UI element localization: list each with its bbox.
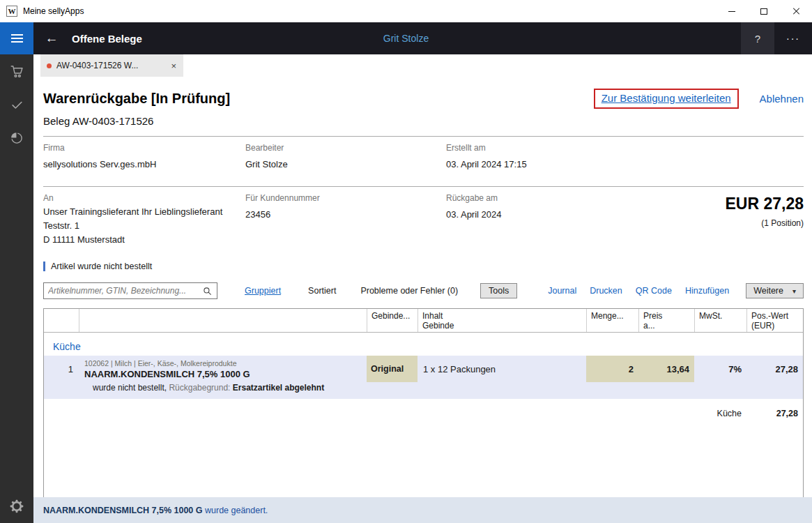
- grouped-toggle[interactable]: Gruppiert: [245, 286, 281, 296]
- legend-marker: [43, 262, 45, 271]
- document-total: EUR 27,28 (1 Position): [725, 193, 804, 245]
- positions-table: Gebinde... InhaltGebinde Menge... Preisa…: [43, 308, 804, 497]
- total-amount: EUR 27,28: [725, 195, 804, 213]
- ellipsis-icon: ···: [786, 33, 800, 44]
- table-row[interactable]: 1 102062 | Milch | Eier-, Käse-, Molkere…: [44, 356, 803, 382]
- note-value: Ersatzartikel abgelehnt: [233, 383, 324, 393]
- field-value-an-line3: D 11111 Musterstadt: [43, 234, 245, 245]
- preis-cell[interactable]: 13,64: [638, 356, 694, 382]
- tab-label: AW-0403-171526 W...: [56, 61, 138, 70]
- search-icon[interactable]: [200, 287, 217, 296]
- legend-text: Artikel wurde nicht bestellt: [51, 262, 152, 271]
- sidebar: [0, 54, 33, 523]
- note-text: wurde nicht bestellt,: [93, 383, 169, 393]
- field-label-rueckgabe-am: Rückgabe am: [446, 193, 725, 203]
- app-logo-icon: W: [6, 6, 17, 17]
- sorted-toggle[interactable]: Sortiert: [308, 286, 336, 296]
- legend: Artikel wurde nicht bestellt: [43, 262, 804, 271]
- minimize-icon: [728, 11, 735, 12]
- column-header-gebinde: Gebinde...: [367, 309, 418, 332]
- journal-link[interactable]: Journal: [548, 286, 576, 296]
- sidebar-item-settings[interactable]: [0, 490, 33, 523]
- sidebar-item-statistics[interactable]: [0, 121, 33, 155]
- qr-code-link[interactable]: QR Code: [636, 286, 672, 296]
- inhalt-cell: 1 x 12 Packungen: [418, 356, 586, 382]
- field-kundennummer: Für Kundennummer 23456: [245, 193, 446, 245]
- status-message: wurde geändert.: [203, 506, 268, 515]
- more-actions-label: Weitere: [753, 286, 783, 296]
- field-label-kundennummer: Für Kundennummer: [245, 193, 446, 203]
- field-erstellt-am: Erstellt am 03. April 2024 17:15: [446, 143, 804, 169]
- positions-toolbar: Gruppiert Sortiert Probleme oder Fehler …: [43, 282, 804, 299]
- column-header-preis: Preisa...: [638, 309, 694, 332]
- cart-icon: [10, 64, 24, 79]
- column-header-empty-1: [44, 309, 79, 332]
- column-header-menge: Menge...: [586, 309, 638, 332]
- field-rueckgabe-am: Rückgabe am 03. April 2024: [446, 193, 725, 245]
- field-label-firma: Firma: [43, 143, 245, 153]
- chevron-down-icon: ▾: [792, 287, 796, 295]
- menge-cell[interactable]: 2: [586, 356, 638, 382]
- document-tab[interactable]: AW-0403-171526 W... ×: [40, 54, 183, 77]
- field-value-erstellt-am: 03. April 2024 17:15: [446, 159, 804, 169]
- more-actions-button[interactable]: Weitere ▾: [746, 283, 804, 298]
- column-header-inhalt: InhaltGebinde: [418, 309, 586, 332]
- row-note: wurde nicht bestellt, Rückgabegrund: Ers…: [44, 382, 803, 399]
- field-an: An Unser Trainingslieferant Ihr Liebling…: [43, 193, 245, 245]
- tab-close-button[interactable]: ×: [161, 61, 176, 71]
- field-value-kundennummer: 23456: [245, 209, 446, 220]
- gebinde-cell[interactable]: Original: [367, 356, 418, 382]
- problems-filter[interactable]: Probleme oder Fehler (0): [360, 286, 458, 296]
- forward-action-highlight: Zur Bestätigung weiterleiten: [594, 89, 739, 109]
- tab-bar: AW-0403-171526 W... ×: [33, 54, 812, 77]
- column-header-mwst: MwSt.: [694, 309, 746, 332]
- field-value-firma: sellysolutions Serv.ges.mbH: [43, 159, 245, 169]
- field-value-an-line2: Teststr. 1: [43, 220, 245, 231]
- summary-group-value: 27,28: [746, 409, 803, 418]
- page-title: Offene Belege: [72, 33, 142, 45]
- help-icon: ?: [755, 33, 760, 45]
- field-label-bearbeiter: Bearbeiter: [245, 143, 446, 153]
- gear-icon: [10, 499, 24, 513]
- document-title: Warenrückgabe [In Prüfung]: [43, 91, 230, 107]
- document-content: Warenrückgabe [In Prüfung] Zur Bestätigu…: [33, 77, 812, 497]
- window-controls: [716, 0, 812, 22]
- search-input[interactable]: [44, 286, 200, 296]
- field-label-erstellt-am: Erstellt am: [446, 143, 804, 153]
- wert-cell: 27,28: [746, 356, 803, 382]
- group-summary-row: Küche 27,28: [44, 404, 803, 422]
- window-titlebar: W Meine sellyApps: [0, 0, 812, 22]
- field-label-an: An: [43, 193, 245, 203]
- maximize-button[interactable]: [748, 0, 780, 22]
- back-button[interactable]: ←: [38, 22, 66, 54]
- reject-button[interactable]: Ablehnen: [760, 93, 804, 105]
- close-button[interactable]: [780, 0, 812, 22]
- column-header-article: [79, 309, 367, 332]
- window-title: Meine sellyApps: [23, 6, 84, 16]
- status-bar: NAARM.KONDENSMILCH 7,5% 1000 G wurde geä…: [33, 497, 812, 523]
- toolbar-actions: Journal Drucken QR Code Hinzufügen Weite…: [548, 283, 804, 298]
- sidebar-item-approvals[interactable]: [0, 88, 33, 121]
- field-value-bearbeiter: Grit Stolze: [245, 159, 446, 169]
- pie-chart-icon: [10, 131, 24, 145]
- sidebar-item-cart[interactable]: [0, 54, 33, 88]
- more-button[interactable]: ···: [774, 22, 812, 54]
- note-label: Rückgabegrund:: [169, 383, 232, 393]
- status-product-name: NAARM.KONDENSMILCH 7,5% 1000 G: [43, 506, 203, 515]
- total-positions: (1 Position): [725, 218, 804, 228]
- field-value-rueckgabe-am: 03. April 2024: [446, 209, 725, 220]
- help-button[interactable]: ?: [741, 22, 774, 54]
- menu-button[interactable]: [0, 22, 33, 54]
- field-firma: Firma sellysolutions Serv.ges.mbH: [43, 143, 245, 169]
- app-header: ← Offene Belege Grit Stolze ? ···: [0, 22, 812, 54]
- print-link[interactable]: Drucken: [590, 286, 622, 296]
- minimize-button[interactable]: [716, 0, 748, 22]
- article-cell: 102062 | Milch | Eier-, Käse-, Molkereip…: [79, 356, 367, 382]
- tools-button[interactable]: Tools: [480, 283, 517, 298]
- table-header-row: Gebinde... InhaltGebinde Menge... Preisa…: [44, 309, 803, 333]
- summary-group-label: Küche: [44, 409, 746, 418]
- hamburger-icon: [11, 34, 23, 43]
- add-link[interactable]: Hinzufügen: [685, 286, 729, 296]
- forward-button[interactable]: Zur Bestätigung weiterleiten: [602, 92, 731, 104]
- field-value-an-line1: Unser Trainingslieferant Ihr Lieblingsli…: [43, 206, 245, 217]
